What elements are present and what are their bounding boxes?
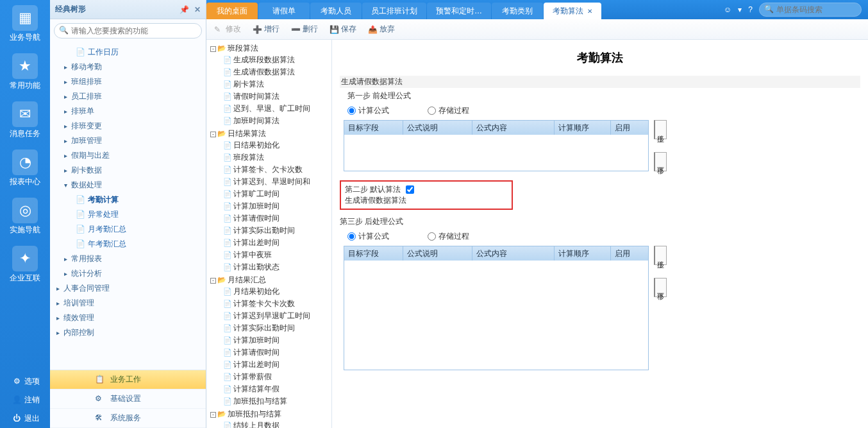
move-up-button-2[interactable]: 上移 <box>654 246 667 265</box>
tree-item[interactable]: 📄工作日历 <box>56 45 206 60</box>
alg-leaf[interactable]: 计算结算年假 <box>221 383 330 395</box>
alg-leaf[interactable]: 计算请假时间 <box>221 212 330 225</box>
tab-home[interactable]: 我的桌面 <box>206 3 258 19</box>
tree-item[interactable]: 人事合同管理 <box>56 281 206 296</box>
alg-leaf[interactable]: 计算实际出勤时间 <box>221 322 330 334</box>
radio-proc-2-input[interactable] <box>428 232 436 241</box>
tree-item[interactable]: 数据处理 <box>56 178 206 193</box>
move-up-button[interactable]: 上移 <box>654 120 667 139</box>
tab-schedule[interactable]: 员工排班计划 <box>362 3 426 19</box>
tab-close-icon[interactable]: ✕ <box>587 8 592 15</box>
alg-leaf[interactable]: 计算迟到早退旷工时间 <box>221 310 330 322</box>
alg-node[interactable]: -日结果算法 日结果初始化 班段算法 计算签卡、欠卡次数 计算迟到、早退时间和 … <box>208 128 330 274</box>
barcode-search-input[interactable] <box>759 3 862 17</box>
tree-item[interactable]: 📄异常处理 <box>56 207 206 222</box>
bottom-tab-biz[interactable]: 📋业务工作 <box>50 370 206 389</box>
tree-item[interactable]: 刷卡数据 <box>56 163 206 178</box>
alg-leaf[interactable]: 计算中夜班 <box>221 249 330 261</box>
nav-exit[interactable]: ⏻退出 <box>0 409 50 428</box>
alg-leaf[interactable]: 刷卡算法 <box>221 78 330 90</box>
alg-leaf[interactable]: 计算加班时间 <box>221 334 330 347</box>
nav-fav[interactable]: ★常用功能 <box>0 48 50 96</box>
tab-leave[interactable]: 请假单 <box>258 3 310 19</box>
alg-node[interactable]: -月结果汇总 月结果初始化 计算签卡欠卡次数 计算迟到早退旷工时间 计算实际出勤… <box>208 274 330 408</box>
tree-item[interactable]: 排班单 <box>56 104 206 119</box>
nav-report[interactable]: ◔报表中心 <box>0 144 50 193</box>
nav-options[interactable]: ⚙选项 <box>0 372 50 391</box>
alg-leaf[interactable]: 计算出勤状态 <box>221 261 330 273</box>
nav-biz[interactable]: ▦业务导航 <box>0 0 50 48</box>
radio-calc-input[interactable] <box>347 107 356 115</box>
nav-impl[interactable]: ◎实施导航 <box>0 193 50 241</box>
tree-item[interactable]: 班组排班 <box>56 74 206 89</box>
pin-icon[interactable]: 📌 <box>179 5 189 14</box>
alg-leaf[interactable]: 计算迟到、早退时间和 <box>221 176 330 188</box>
tree-item[interactable]: 📄月考勤汇总 <box>56 222 206 237</box>
tree-item[interactable]: 培训管理 <box>56 296 206 311</box>
tree-item[interactable]: 绩效管理 <box>56 311 206 325</box>
radio-calc-2-input[interactable] <box>347 232 356 241</box>
tree-item[interactable]: 常用报表 <box>56 252 206 266</box>
tree-body[interactable]: 📄工作日历 移动考勤 班组排班 员工排班 排班单 排班变更 加班管理 假期与出差… <box>50 42 206 370</box>
tree-item-kqjs[interactable]: 📄考勤计算 <box>56 193 206 207</box>
radio-proc-input[interactable] <box>428 107 436 115</box>
bottom-tab-sys[interactable]: 🛠系统服务 <box>50 409 206 428</box>
alg-leaf[interactable]: 日结果初始化 <box>221 139 330 151</box>
smile-icon[interactable]: ☺ <box>724 5 731 14</box>
alg-leaf[interactable]: 迟到、早退、旷工时间 <box>221 103 330 115</box>
alg-node[interactable]: -加班抵扣与结算 结转上月数据 加班抵扣 结算加班 <box>208 408 330 428</box>
del-row-button[interactable]: ➖删行 <box>291 24 318 35</box>
tree-item[interactable]: 假期与出差 <box>56 148 206 163</box>
tree-search-input[interactable] <box>54 23 202 39</box>
tab-category[interactable]: 考勤类别 <box>492 3 543 19</box>
dropdown-icon[interactable]: ▾ <box>738 5 742 14</box>
bottom-tab-base[interactable]: ⚙基础设置 <box>50 389 206 409</box>
add-row-button[interactable]: ➕增行 <box>253 24 280 35</box>
move-down-button[interactable]: 下移 <box>654 152 667 171</box>
tree-item[interactable]: 移动考勤 <box>56 60 206 74</box>
tree-item[interactable]: 内部控制 <box>56 325 206 340</box>
alg-leaf[interactable]: 计算请假时间 <box>221 347 330 359</box>
tab-staff[interactable]: 考勤人员 <box>310 3 362 19</box>
nav-logout[interactable]: 👤注销 <box>0 391 50 409</box>
tree-item[interactable]: 排班变更 <box>56 119 206 133</box>
alg-leaf[interactable]: 计算出差时间 <box>221 359 330 371</box>
tree-item[interactable]: 📄年考勤汇总 <box>56 237 206 252</box>
nav-msg[interactable]: ✉消息任务 <box>0 96 50 144</box>
algorithm-tree[interactable]: -班段算法 生成班段数据算法 生成请假数据算法 刷卡算法 请假时间算法 迟到、早… <box>206 40 332 428</box>
save-button[interactable]: 💾保存 <box>330 24 356 35</box>
tree-item[interactable]: 员工排班 <box>56 89 206 104</box>
tree-item[interactable]: 加班管理 <box>56 133 206 148</box>
nav-ent[interactable]: ✦企业互联 <box>0 241 50 289</box>
alg-leaf[interactable]: 结转上月数据 <box>221 420 330 428</box>
alg-leaf[interactable]: 计算带薪假 <box>221 371 330 383</box>
alg-leaf[interactable]: 计算加班时间 <box>221 200 330 212</box>
tree-item[interactable]: 统计分析 <box>56 266 206 281</box>
alg-leaf[interactable]: 计算旷工时间 <box>221 188 330 200</box>
post-formula-table[interactable]: 目标字段 公式说明 公式内容 计算顺序 启用 <box>344 246 649 370</box>
alg-node[interactable]: -班段算法 生成班段数据算法 生成请假数据算法 刷卡算法 请假时间算法 迟到、早… <box>208 42 330 128</box>
tab-alert[interactable]: 预警和定时… <box>427 3 491 19</box>
alg-leaf[interactable]: 加班抵扣与结算 <box>221 395 330 407</box>
discard-button[interactable]: 📤放弃 <box>368 24 395 35</box>
alg-leaf[interactable]: 计算实际出勤时间 <box>221 225 330 237</box>
alg-leaf[interactable]: 月结果初始化 <box>221 286 330 298</box>
modify-button[interactable]: ✎修改 <box>214 24 241 35</box>
tab-algorithm[interactable]: 考勤算法✕ <box>544 3 601 19</box>
alg-leaf[interactable]: 计算签卡、欠卡次数 <box>221 164 330 176</box>
close-icon[interactable]: ✕ <box>194 5 201 14</box>
radio-proc-2[interactable]: 存储过程 <box>428 231 469 242</box>
help-icon[interactable]: ? <box>748 5 753 14</box>
alg-leaf[interactable]: 计算出差时间 <box>221 237 330 249</box>
alg-leaf[interactable]: 生成请假数据算法 <box>221 66 330 78</box>
move-down-button-2[interactable]: 下移 <box>654 278 667 297</box>
radio-proc[interactable]: 存储过程 <box>428 105 469 116</box>
alg-leaf[interactable]: 计算签卡欠卡次数 <box>221 298 330 310</box>
alg-leaf[interactable]: 生成班段数据算法 <box>221 54 330 66</box>
radio-calc-2[interactable]: 计算公式 <box>347 231 389 242</box>
alg-leaf[interactable]: 请假时间算法 <box>221 90 330 103</box>
alg-leaf[interactable]: 加班时间算法 <box>221 115 330 127</box>
radio-calc[interactable]: 计算公式 <box>347 105 389 116</box>
pre-formula-table[interactable]: 目标字段 公式说明 公式内容 计算顺序 启用 <box>344 120 649 171</box>
default-alg-checkbox[interactable] <box>406 185 414 194</box>
